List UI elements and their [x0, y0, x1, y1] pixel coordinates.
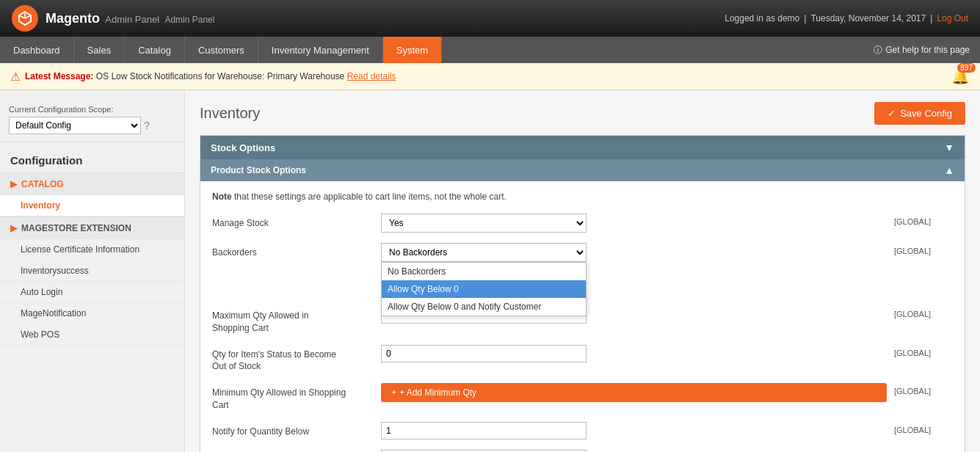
notification-bell[interactable]: 🔔 897: [951, 68, 970, 85]
panel-toggle-stock[interactable]: ▼: [944, 142, 954, 153]
nav-system[interactable]: System: [383, 37, 442, 63]
sidebar-section-magestore[interactable]: ▶ MAGESTORE EXTENSION: [0, 216, 184, 239]
global-tag-manage-stock: [GLOBAL]: [894, 214, 953, 226]
option-no-backorders[interactable]: No Backorders: [382, 263, 586, 280]
panel-header-stock: Stock Options ▼: [200, 136, 965, 159]
nav-customers[interactable]: Customers: [185, 37, 258, 63]
panel-subheader-product: Product Stock Options ▲: [200, 159, 965, 181]
option-allow-qty[interactable]: Allow Qty Below 0: [382, 280, 586, 298]
panel-toggle-product[interactable]: ▲: [944, 164, 954, 176]
select-backorders[interactable]: No Backorders Allow Qty Below 0 Allow Qt…: [381, 243, 587, 262]
sidebar-item-magenotification[interactable]: MageNotification: [0, 303, 184, 324]
bell-badge: 897: [957, 63, 976, 73]
logged-in-text: Logged in as demo: [725, 13, 799, 23]
header-left: Magento Admin Panel Admin Panel: [12, 5, 214, 32]
global-tag-max-qty: [GLOBAL]: [894, 306, 953, 318]
nav-inventory[interactable]: Inventory Management: [258, 37, 383, 63]
panel-body: Note that these settings are applicable …: [200, 181, 965, 452]
global-tag-out-of-stock: [GLOBAL]: [894, 345, 953, 357]
nav-catalog[interactable]: Catalog: [125, 37, 185, 63]
scope-help-icon[interactable]: ?: [144, 120, 150, 131]
sidebar-item-webpos[interactable]: Web POS: [0, 324, 184, 346]
nav: Dashboard Sales Catalog Customers Invent…: [0, 37, 980, 63]
dropdown-wrapper-backorders: No Backorders Allow Qty Below 0 Allow Qt…: [381, 243, 887, 262]
sidebar-item-license[interactable]: License Certificate Information: [0, 239, 184, 260]
nav-sales[interactable]: Sales: [74, 37, 126, 63]
sidebar-item-autologin[interactable]: Auto Login: [0, 282, 184, 303]
save-icon: ✓: [888, 108, 896, 119]
control-backorders: No Backorders Allow Qty Below 0 Allow Qt…: [381, 243, 887, 262]
content-header: Inventory ✓ Save Config: [200, 102, 965, 125]
form-row-backorders: Backorders No Backorders Allow Qty Below…: [212, 243, 953, 262]
content: Inventory ✓ Save Config Stock Options ▼ …: [185, 90, 980, 452]
sidebar-section-catalog[interactable]: ▶ CATALOG: [0, 172, 184, 195]
nav-dashboard[interactable]: Dashboard: [0, 37, 74, 63]
page-title: Inventory: [200, 105, 260, 122]
logout-link[interactable]: Log Out: [937, 13, 968, 23]
sidebar-item-inventorysuccess[interactable]: Inventorysuccess: [0, 260, 184, 282]
header: Magento Admin Panel Admin Panel Logged i…: [0, 0, 980, 37]
label-out-of-stock: Qty for Item's Status to BecomeOut of St…: [212, 345, 374, 373]
read-details-link[interactable]: Read details: [347, 71, 396, 81]
note-text: Note that these settings are applicable …: [212, 192, 953, 202]
app-title: Magento Admin Panel Admin Panel: [46, 11, 214, 26]
logo-icon: [12, 5, 38, 32]
label-manage-stock: Manage Stock: [212, 214, 374, 230]
control-notify-qty: [381, 422, 887, 440]
save-config-button[interactable]: ✓ Save Config: [874, 102, 965, 125]
stock-options-panel: Stock Options ▼ Product Stock Options ▲ …: [200, 135, 965, 452]
scope-section: Current Configuration Scope: Default Con…: [0, 98, 184, 142]
form-row-out-of-stock: Qty for Item's Status to BecomeOut of St…: [212, 345, 953, 373]
form-row-notify-qty: Notify for Quantity Below [GLOBAL]: [212, 422, 953, 440]
label-max-qty: Maximum Qty Allowed inShopping Cart: [212, 306, 374, 335]
alert-bar: ⚠ Latest Message: OS Low Stock Notificat…: [0, 63, 980, 90]
main: Current Configuration Scope: Default Con…: [0, 90, 980, 452]
sidebar-item-inventory[interactable]: Inventory: [0, 195, 184, 216]
input-notify-qty[interactable]: [381, 422, 587, 440]
global-tag-min-qty: [GLOBAL]: [894, 383, 953, 396]
scope-select[interactable]: Default Config: [9, 117, 141, 134]
label-min-qty: Minimum Qty Allowed in ShoppingCart: [212, 383, 374, 412]
arrow-right-icon2: ▶: [10, 223, 17, 233]
scope-label: Current Configuration Scope:: [9, 105, 175, 114]
input-out-of-stock[interactable]: [381, 345, 587, 362]
arrow-right-icon: ▶: [10, 179, 17, 189]
global-tag-backorders: [GLOBAL]: [894, 243, 953, 255]
label-backorders: Backorders: [212, 243, 374, 259]
form-row-min-qty: Minimum Qty Allowed in ShoppingCart + + …: [212, 383, 953, 412]
help-icon: ⓘ: [874, 44, 882, 56]
alert-left: ⚠ Latest Message: OS Low Stock Notificat…: [10, 70, 396, 84]
control-manage-stock: Yes No: [381, 214, 887, 233]
header-date: Tuesday, November 14, 2017: [810, 13, 926, 23]
config-title: Configuration: [0, 148, 184, 172]
form-row-manage-stock: Manage Stock Yes No [GLOBAL]: [212, 214, 953, 233]
global-tag-notify-qty: [GLOBAL]: [894, 422, 953, 434]
label-notify-qty: Notify for Quantity Below: [212, 422, 374, 438]
control-out-of-stock: [381, 345, 887, 362]
alert-text: Latest Message: OS Low Stock Notificatio…: [25, 71, 396, 81]
scope-select-wrap: Default Config ?: [9, 117, 175, 134]
alert-icon: ⚠: [10, 70, 21, 84]
option-allow-qty-notify[interactable]: Allow Qty Below 0 and Notify Customer: [382, 298, 586, 316]
control-min-qty: + + Add Minimum Qty: [381, 383, 887, 402]
add-minimum-qty-button[interactable]: + + Add Minimum Qty: [381, 383, 887, 402]
plus-icon: +: [391, 387, 396, 398]
select-manage-stock[interactable]: Yes No: [381, 214, 587, 233]
header-right: Logged in as demo | Tuesday, November 14…: [725, 13, 968, 23]
sidebar: Current Configuration Scope: Default Con…: [0, 90, 185, 452]
backorders-dropdown-list: No Backorders Allow Qty Below 0 Allow Qt…: [381, 262, 587, 316]
help-button[interactable]: ⓘ Get help for this page: [863, 37, 980, 63]
